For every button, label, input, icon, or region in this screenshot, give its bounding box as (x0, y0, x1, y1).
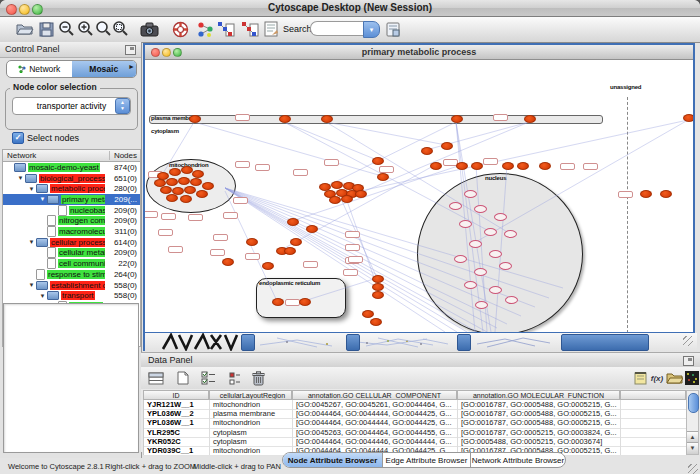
gene-node[interactable] (331, 181, 343, 189)
tree-item-biological-process[interactable]: ▼biological_process651(0) (3, 173, 140, 184)
gene-node[interactable] (180, 195, 192, 203)
table-cell[interactable]: plasma membrane (210, 409, 293, 418)
gene-node[interactable] (321, 115, 333, 123)
table-cell[interactable]: [GO:0016787, GO:0005488, GO:0005215, G..… (458, 418, 621, 427)
table-cell[interactable]: YPL036W__2 (144, 409, 210, 418)
network-window-titlebar[interactable]: primary metabolic process (145, 45, 693, 60)
tree-item-nitrogen-compo[interactable]: nitrogen compo209(0) (3, 216, 140, 227)
table-cell[interactable]: cytoplasm (210, 437, 293, 446)
table-scrollbar[interactable]: ▲ ▼ (686, 390, 699, 455)
gene-node[interactable] (502, 162, 514, 170)
zoom-in-icon[interactable] (76, 19, 96, 39)
float-panel-icon[interactable] (683, 356, 694, 366)
annotation-page-icon[interactable] (261, 19, 281, 39)
gene-node[interactable] (355, 190, 367, 198)
gene-node[interactable] (166, 194, 178, 202)
tree-item-primary-metabo[interactable]: ▼primary metabo209(... (3, 194, 140, 205)
gene-node[interactable] (178, 177, 190, 185)
birds-eye-view[interactable] (3, 303, 139, 453)
gene-node[interactable] (290, 238, 302, 246)
table-cell[interactable]: [GO:0016787, GO:0005488, GO:0005215, G..… (458, 409, 621, 418)
tree-item-macromolecule[interactable]: macromolecule311(0) (3, 226, 140, 237)
disclosure-arrow-icon[interactable]: ▼ (27, 239, 36, 245)
scroll-down-button[interactable]: ▼ (687, 442, 698, 454)
background-window-edge[interactable] (457, 334, 471, 351)
search-options-icon[interactable] (383, 19, 403, 39)
background-window-titlebar[interactable] (561, 334, 649, 351)
gene-node[interactable] (372, 291, 384, 299)
select-attributes-icon[interactable] (147, 369, 165, 387)
gene-node[interactable] (189, 115, 201, 123)
table-cell[interactable]: [GO:0044464, GO:0044444, GO:0044425, G..… (293, 409, 458, 418)
column-header[interactable]: ID (143, 390, 209, 400)
disclosure-arrow-icon[interactable]: ▼ (27, 282, 36, 288)
delete-attribute-icon[interactable] (249, 369, 267, 387)
table-cell[interactable]: mitochondrion (210, 418, 293, 427)
table-cell[interactable]: mitochondrion (210, 446, 293, 455)
disclosure-arrow-icon[interactable]: ▼ (38, 293, 47, 299)
network-canvas[interactable]: plasma membrane cytoplasm mitochondrion … (145, 60, 693, 332)
gene-node[interactable] (683, 114, 693, 122)
attribute-matrix-icon[interactable] (683, 369, 700, 387)
create-attribute-icon[interactable] (174, 369, 192, 387)
gene-node[interactable] (192, 170, 204, 178)
column-header[interactable]: annotation.GO MOLECULAR_FUNCTION (457, 390, 620, 400)
column-header[interactable]: _cellularLayoutRegion (209, 390, 292, 400)
gene-node[interactable] (166, 178, 178, 186)
gene-node[interactable] (660, 190, 672, 198)
gene-node[interactable] (169, 168, 181, 176)
table-cell[interactable]: YJR121W__1 (144, 400, 210, 409)
background-window-edge[interactable] (346, 334, 360, 351)
tree-item-cellular-process[interactable]: ▼cellular process614(0) (3, 237, 140, 248)
table-cell[interactable]: cytoplasm (210, 428, 293, 437)
gene-node[interactable] (430, 162, 442, 170)
tree-item-mosaic-demo-yeast[interactable]: mosaic-demo-yeast874(0) (3, 162, 140, 173)
select-nodes-checkbox[interactable]: ✓ (12, 132, 24, 144)
float-panel-icon[interactable] (125, 45, 136, 55)
gene-node[interactable] (372, 283, 384, 291)
table-cell[interactable]: YDR039C__1 (144, 446, 210, 455)
gene-node[interactable] (222, 258, 234, 266)
tree-item-metabolic-process[interactable]: ▼metabolic process280(0) (3, 183, 140, 194)
attribute-grid-icon[interactable] (226, 369, 244, 387)
gene-node[interactable] (160, 186, 172, 194)
gene-node[interactable] (456, 162, 468, 170)
table-cell[interactable]: YKR052C (144, 437, 210, 446)
vizmapper-icon[interactable] (195, 19, 215, 39)
gene-node[interactable] (640, 190, 652, 198)
app-resize-grip[interactable] (688, 464, 698, 474)
tab-overflow-arrow[interactable]: ► (128, 63, 135, 70)
gene-node[interactable] (362, 310, 374, 318)
layout-red-icon[interactable] (240, 19, 260, 39)
table-cell[interactable]: [GO:0005488, GO:0005215, GO:0003674] (458, 437, 621, 446)
table-cell[interactable]: YPL036W__1 (144, 418, 210, 427)
table-cell[interactable]: [GO:0045263, GO:0044464, GO:0044455, G..… (293, 428, 458, 437)
gene-node[interactable] (202, 182, 214, 190)
gene-node[interactable] (284, 247, 296, 255)
gene-node[interactable] (329, 196, 341, 204)
tab-mosaic[interactable]: Mosaic (72, 61, 137, 77)
gene-node[interactable] (421, 147, 433, 155)
table-cell[interactable]: [GO:0016787, GO:0005215, GO:0003824, G..… (458, 428, 621, 437)
search-input[interactable] (310, 21, 371, 36)
gene-node[interactable] (471, 162, 483, 170)
table-cell[interactable]: [GO:0044464, GO:0044446, GO:0044444, G..… (293, 437, 458, 446)
table-cell[interactable]: mitochondrion (210, 400, 293, 409)
gene-node[interactable] (524, 115, 536, 123)
save-session-icon[interactable] (36, 19, 56, 39)
gene-node[interactable] (370, 318, 382, 326)
zoom-selected-icon[interactable] (111, 19, 131, 39)
search-options-dropdown[interactable]: ▼ (363, 21, 380, 38)
function-builder-icon[interactable]: f(x) (648, 369, 666, 387)
gene-node[interactable] (341, 195, 353, 203)
gene-node[interactable] (539, 162, 551, 170)
tree-item-transport[interactable]: ▼transport558(0) (3, 290, 140, 301)
gene-node[interactable] (441, 142, 453, 150)
tree-item-establishment-of-lo[interactable]: ▼establishment of lo558(0) (3, 280, 140, 291)
table-cell[interactable]: YLR295C (144, 428, 210, 437)
gene-node[interactable] (372, 275, 384, 283)
gene-node[interactable] (190, 178, 202, 186)
disclosure-arrow-icon[interactable]: ▼ (27, 186, 36, 192)
tab-network[interactable]: Network (7, 61, 72, 77)
gene-node[interactable] (306, 225, 318, 233)
